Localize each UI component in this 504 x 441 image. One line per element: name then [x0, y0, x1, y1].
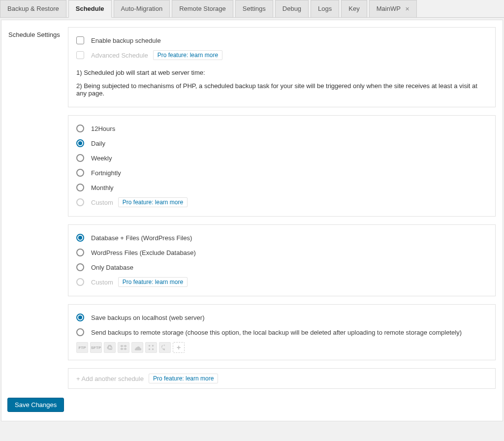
frequency-box: 12Hours Daily Weekly Fortnightly	[68, 115, 496, 217]
frequency-monthly-label: Monthly	[91, 184, 114, 191]
backup-type-custom-label: Custom	[91, 279, 113, 286]
svg-point-0	[149, 345, 151, 347]
frequency-custom-label: Custom	[91, 199, 113, 206]
digitalocean-icon[interactable]	[159, 342, 171, 353]
enable-schedule-checkbox[interactable]	[76, 36, 84, 44]
svg-point-1	[152, 345, 154, 347]
svg-point-2	[149, 348, 151, 350]
backup-type-dbfiles-label: Database + Files (WordPress Files)	[91, 234, 192, 242]
dropbox-icon[interactable]	[118, 342, 129, 353]
frequency-fortnightly-radio[interactable]	[76, 169, 84, 177]
frequency-fortnightly-label: Fortnightly	[91, 169, 121, 177]
onedrive-icon[interactable]	[131, 342, 143, 353]
tab-debug[interactable]: Debug	[275, 0, 309, 17]
schedule-note-1: 1) Scheduled job will start at web serve…	[76, 66, 487, 79]
destination-local-radio[interactable]	[76, 314, 84, 321]
backup-type-custom-pro-link[interactable]: Pro feature: learn more	[118, 277, 188, 287]
add-storage-icon[interactable]: +	[173, 342, 185, 353]
frequency-12hours-radio[interactable]	[76, 125, 84, 132]
backup-type-box: Database + Files (WordPress Files) WordP…	[68, 224, 496, 296]
ftp-icon[interactable]: FTP	[76, 342, 88, 353]
add-schedule-label: + Add another schedule	[76, 375, 144, 382]
backup-type-db-label: Only Database	[91, 264, 133, 271]
backup-type-files-radio[interactable]	[76, 249, 84, 256]
advanced-schedule-pro-link[interactable]: Pro feature: learn more	[153, 50, 222, 60]
backup-type-custom-radio	[76, 278, 84, 286]
enable-schedule-label: Enable backup schedule	[91, 37, 161, 44]
backup-type-dbfiles-radio[interactable]	[76, 234, 84, 242]
close-icon[interactable]: ✕	[405, 6, 410, 12]
frequency-monthly-radio[interactable]	[76, 184, 84, 191]
tab-remote-storage[interactable]: Remote Storage	[172, 0, 233, 17]
frequency-daily-label: Daily	[91, 140, 105, 147]
advanced-schedule-checkbox	[76, 51, 84, 59]
googledrive-icon[interactable]	[104, 342, 116, 353]
tab-logs[interactable]: Logs	[311, 0, 339, 17]
add-schedule-box: + Add another schedule Pro feature: lear…	[68, 368, 496, 389]
tab-schedule[interactable]: Schedule	[68, 0, 112, 18]
destination-remote-radio[interactable]	[76, 328, 84, 336]
amazons3-icon[interactable]	[145, 342, 157, 353]
destination-box: Save backups on localhost (web server) S…	[68, 304, 496, 360]
backup-type-files-label: WordPress Files (Exclude Database)	[91, 249, 196, 256]
tab-key[interactable]: Key	[341, 0, 367, 17]
frequency-custom-pro-link[interactable]: Pro feature: learn more	[118, 197, 188, 207]
backup-type-db-radio[interactable]	[76, 263, 84, 271]
advanced-schedule-label: Advanced Schedule	[91, 52, 148, 59]
frequency-daily-radio[interactable]	[76, 139, 84, 147]
footer-bar: Save Changes	[1, 389, 503, 421]
destination-local-label: Save backups on localhost (web server)	[91, 314, 205, 321]
frequency-weekly-radio[interactable]	[76, 154, 84, 162]
add-schedule-pro-link[interactable]: Pro feature: learn more	[149, 374, 218, 383]
tab-auto-migration[interactable]: Auto-Migration	[114, 0, 170, 17]
svg-point-3	[152, 348, 154, 350]
sftp-icon[interactable]: SFTP	[90, 342, 102, 353]
tab-settings[interactable]: Settings	[235, 0, 273, 17]
tab-mainwp[interactable]: MainWP ✕	[369, 0, 417, 17]
section-title: Schedule Settings	[1, 20, 68, 38]
tab-bar: Backup & Restore Schedule Auto-Migration…	[0, 0, 504, 18]
tab-mainwp-label: MainWP	[377, 5, 401, 12]
destination-remote-label: Send backups to remote storage (choose t…	[91, 329, 462, 336]
frequency-weekly-label: Weekly	[91, 155, 112, 162]
remote-storage-icons: FTP SFTP +	[76, 339, 487, 353]
save-changes-button[interactable]: Save Changes	[7, 398, 64, 412]
schedule-enable-box: Enable backup schedule Advanced Schedule…	[68, 27, 496, 107]
frequency-12hours-label: 12Hours	[91, 125, 115, 132]
frequency-custom-radio	[76, 198, 84, 206]
schedule-note-2: 2) Being subjected to mechanisms of PHP,…	[76, 79, 487, 100]
tab-backup-restore[interactable]: Backup & Restore	[0, 0, 66, 17]
